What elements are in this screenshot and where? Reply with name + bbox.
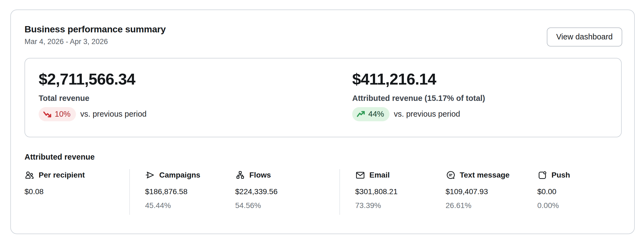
channel-header: Text message: [446, 170, 537, 180]
change-note: vs. previous period: [394, 110, 460, 119]
change-note: vs. previous period: [80, 110, 146, 119]
channel-label: Flows: [249, 171, 271, 179]
channel-value: $186,876.58: [145, 187, 235, 196]
send-icon: [145, 170, 155, 180]
channel-label: Push: [551, 171, 570, 179]
change-badge-positive: 44%: [352, 107, 390, 121]
attributed-revenue-label: Attributed revenue (15.17% of total): [352, 94, 621, 103]
business-performance-card: Business performance summary Mar 4, 2026…: [10, 10, 635, 234]
channel-value: $0.08: [24, 187, 129, 196]
channel-campaigns: Campaigns $186,876.58 45.44%: [130, 170, 235, 214]
attributed-revenue-change-row: 44% vs. previous period: [352, 107, 621, 121]
channel-value: $224,339.56: [235, 187, 339, 196]
channel-label: Text message: [460, 171, 510, 179]
channel-header: Per recipient: [24, 170, 129, 180]
channel-header: Push: [537, 170, 634, 180]
total-revenue-change-row: 10% vs. previous period: [39, 107, 352, 121]
channel-percent: 45.44%: [145, 201, 235, 210]
channel-percent: 54.56%: [235, 201, 339, 210]
channel-percent: 0.00%: [537, 201, 634, 210]
channel-percent: 26.61%: [446, 201, 537, 210]
channel-header: Flows: [235, 170, 339, 180]
date-range: Mar 4, 2026 - Apr 3, 2026: [24, 38, 166, 46]
total-revenue-metric: $2,711,566.34 Total revenue 10% vs. prev…: [39, 71, 352, 137]
channel-label: Campaigns: [159, 171, 200, 179]
people-icon: [24, 170, 35, 180]
change-percent: 10%: [55, 110, 70, 118]
change-badge-negative: 10%: [39, 107, 76, 121]
total-revenue-label: Total revenue: [39, 94, 352, 103]
channel-value: $109,407.93: [446, 187, 537, 196]
channel-value: $0.00: [537, 187, 634, 196]
flow-icon: [235, 170, 245, 180]
attributed-revenue-value: $411,216.14: [352, 71, 621, 88]
email-icon: [355, 170, 365, 180]
channel-push: Push $0.00 0.00%: [537, 170, 634, 214]
view-dashboard-button[interactable]: View dashboard: [547, 27, 622, 46]
channels-row: Per recipient $0.08 Campaigns $186,876.5…: [24, 170, 634, 214]
channel-label: Email: [369, 171, 390, 179]
channel-header: Campaigns: [145, 170, 235, 180]
channel-value: $301,808.21: [355, 187, 446, 196]
channel-text-message: Text message $109,407.93 26.61%: [446, 170, 537, 214]
card-header: Business performance summary Mar 4, 2026…: [11, 10, 634, 46]
push-icon: [537, 170, 547, 180]
channel-per-recipient: Per recipient $0.08: [24, 170, 129, 214]
trend-down-icon: [43, 110, 52, 119]
attributed-revenue-heading: Attributed revenue: [24, 153, 634, 162]
channel-flows: Flows $224,339.56 54.56%: [235, 170, 339, 214]
channel-label: Per recipient: [39, 171, 85, 179]
channel-percent: 73.39%: [355, 201, 446, 210]
metrics-summary-card: $2,711,566.34 Total revenue 10% vs. prev…: [24, 58, 622, 137]
chat-icon: [446, 170, 456, 180]
attributed-revenue-metric: $411,216.14 Attributed revenue (15.17% o…: [352, 71, 621, 137]
channel-header: Email: [355, 170, 446, 180]
total-revenue-value: $2,711,566.34: [39, 71, 352, 88]
trend-up-icon: [356, 110, 366, 119]
change-percent: 44%: [368, 110, 384, 118]
header-text: Business performance summary Mar 4, 2026…: [24, 24, 166, 46]
channel-email: Email $301,808.21 73.39%: [340, 170, 446, 214]
page-title: Business performance summary: [24, 24, 166, 35]
